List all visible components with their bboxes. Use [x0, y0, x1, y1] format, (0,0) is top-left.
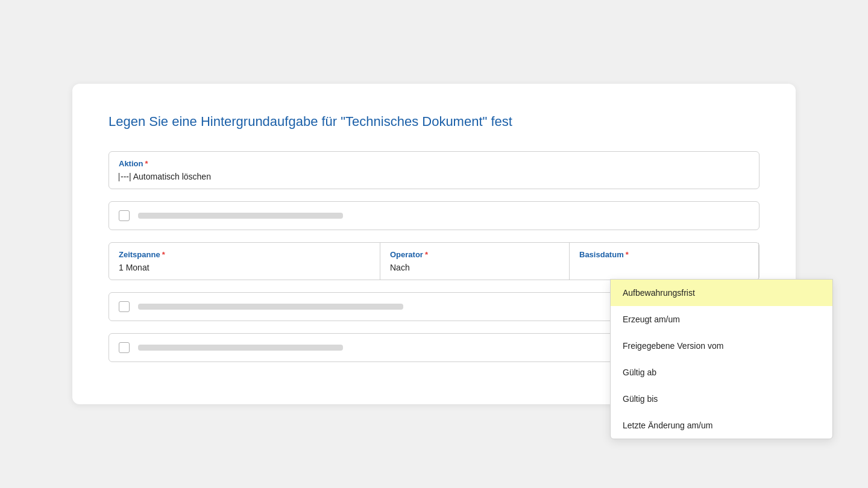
operator-value[interactable]: Nach [390, 263, 559, 272]
dropdown-item-5[interactable]: Letzte Änderung am/um [611, 412, 832, 439]
checkbox-row-1 [108, 201, 760, 230]
checkbox-2-placeholder [138, 304, 403, 310]
main-card: Legen Sie eine Hintergrundaufgabe für "T… [72, 84, 796, 404]
basisdatum-dropdown: AufbewahrungsfristErzeugt am/umFreigegeb… [610, 279, 833, 439]
basisdatum-required: * [626, 250, 629, 259]
aktion-field: Aktion* ---| Automatisch löschen [108, 151, 760, 189]
operator-required: * [425, 250, 428, 259]
zeitspanne-value[interactable]: 1 Monat [119, 263, 370, 272]
dropdown-item-2[interactable]: Freigegebene Version vom [611, 333, 832, 359]
operator-field: Operator* Nach [380, 243, 570, 280]
checkbox-3[interactable] [119, 342, 130, 353]
dropdown-item-0[interactable]: Aufbewahrungsfrist [611, 280, 832, 306]
dropdown-item-4[interactable]: Gültig bis [611, 386, 832, 412]
checkbox-1[interactable] [119, 210, 130, 221]
zeitspanne-required: * [162, 250, 165, 259]
three-col-row: Zeitspanne* 1 Monat Operator* Nach Basis… [108, 242, 760, 280]
dropdown-item-1[interactable]: Erzeugt am/um [611, 306, 832, 333]
checkbox-2[interactable] [119, 301, 130, 312]
page-title: Legen Sie eine Hintergrundaufgabe für "T… [108, 114, 760, 130]
aktion-value[interactable]: ---| Automatisch löschen [119, 172, 749, 181]
checkbox-1-placeholder [138, 213, 343, 219]
required-indicator: * [145, 159, 148, 168]
basisdatum-field[interactable]: Basisdatum* [570, 243, 759, 280]
aktion-label: Aktion* [119, 159, 749, 168]
zeitspanne-field: Zeitspanne* 1 Monat [109, 243, 380, 280]
operator-label: Operator* [390, 250, 559, 259]
dropdown-item-3[interactable]: Gültig ab [611, 359, 832, 386]
zeitspanne-label: Zeitspanne* [119, 250, 370, 259]
basisdatum-label: Basisdatum* [579, 250, 749, 259]
checkbox-3-placeholder [138, 345, 343, 351]
